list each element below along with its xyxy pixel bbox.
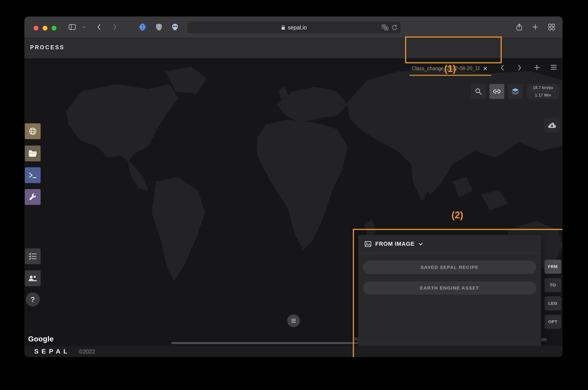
image-icon <box>365 241 371 247</box>
tab-frm[interactable]: FRM <box>545 260 561 274</box>
earth-engine-asset-button[interactable]: EARTH ENGINE ASSET <box>363 281 536 294</box>
back-icon[interactable] <box>95 23 103 31</box>
close-tab-icon[interactable]: ✕ <box>483 66 488 71</box>
source-panel: FROM IMAGE SAVED SEPAL RECIPE EARTH ENGI… <box>358 235 541 357</box>
hamburger-icon <box>291 319 296 323</box>
app-footer: SEPAL ©2022 <box>24 346 562 357</box>
chevron-down-icon[interactable] <box>80 23 88 31</box>
saved-sepal-recipe-button[interactable]: SAVED SEPAL RECIPE <box>363 261 536 274</box>
download-button[interactable] <box>545 118 559 133</box>
close-window-button[interactable] <box>34 26 39 31</box>
saved-sepal-recipe-label: SAVED SEPAL RECIPE <box>421 265 479 270</box>
translate-icon[interactable] <box>382 25 388 30</box>
question-icon: ? <box>31 295 35 304</box>
annotation-label-1: (1) <box>444 63 456 74</box>
sidebar-item-process[interactable] <box>25 123 41 139</box>
link-icon <box>493 89 501 94</box>
globe-icon <box>29 127 37 135</box>
sidebar-item-terminal[interactable] <box>25 167 41 183</box>
search-icon <box>475 88 482 95</box>
cloud-download-icon <box>548 122 556 128</box>
reload-icon[interactable] <box>392 25 397 30</box>
sidebar-item-apps[interactable] <box>25 189 41 205</box>
terminal-icon <box>29 172 37 179</box>
panel-header-from-image[interactable]: FROM IMAGE <box>358 235 541 253</box>
tab-frm-label: FRM <box>548 264 558 269</box>
tab-leg[interactable]: LEG <box>545 296 561 310</box>
app-topbar: PROCESS Class_change_2022-08-20_18 ✕ <box>24 38 562 58</box>
address-bar[interactable]: sepal.io <box>188 22 400 33</box>
scale-width: 1.17 Mm <box>527 92 559 99</box>
sidebar-item-files[interactable] <box>25 146 41 161</box>
map-link-button[interactable] <box>489 84 504 99</box>
add-recipe-icon[interactable] <box>534 64 540 71</box>
layers-icon <box>511 88 519 95</box>
sidebar-item-help[interactable]: ? <box>26 292 40 306</box>
tab-overview-icon[interactable] <box>547 23 556 31</box>
tab-scroll-right-icon[interactable] <box>517 64 521 72</box>
sepal-brand: SEPAL <box>34 348 71 355</box>
minimize-window-button[interactable] <box>42 26 47 31</box>
process-section-label: PROCESS <box>30 44 65 50</box>
tab-opt-label: OPT <box>548 319 557 324</box>
shield-extension-icon[interactable] <box>155 23 163 31</box>
earth-engine-asset-label: EARTH ENGINE ASSET <box>420 285 479 291</box>
annotation-label-2: (2) <box>451 209 463 221</box>
copyright-year: ©2022 <box>79 348 95 355</box>
browser-window: sepal.io PROCESS <box>24 16 562 357</box>
recipe-menu-icon[interactable] <box>550 64 557 71</box>
checklist-icon <box>29 253 37 260</box>
folder-icon <box>28 150 37 157</box>
skull-extension-icon[interactable] <box>171 23 179 31</box>
zoom-window-button[interactable] <box>52 26 56 31</box>
tab-scroll-left-icon[interactable] <box>500 64 504 72</box>
tab-opt[interactable]: OPT <box>545 315 561 329</box>
map-layers-button[interactable] <box>508 84 523 99</box>
sidebar-item-tasks[interactable] <box>25 248 41 264</box>
browser-toolbar: sepal.io <box>24 16 562 38</box>
url-text: sepal.io <box>288 24 307 31</box>
browser-extension-icon[interactable] <box>138 23 147 31</box>
share-icon[interactable] <box>515 23 524 31</box>
lock-icon <box>281 25 285 30</box>
map-menu-button[interactable] <box>287 314 300 327</box>
sidebar-toggle-icon[interactable] <box>68 23 77 31</box>
chevron-down-icon <box>419 243 423 245</box>
new-tab-icon[interactable] <box>531 23 540 31</box>
scale-resolution: 18.7 km/px <box>527 84 559 92</box>
wrench-icon <box>29 193 37 201</box>
panel-title: FROM IMAGE <box>375 241 415 247</box>
tab-to-label: TO <box>550 283 556 288</box>
sidebar-item-users[interactable] <box>25 270 41 286</box>
google-logo: Google <box>28 335 54 343</box>
map-search-button[interactable] <box>471 84 486 99</box>
tab-leg-label: LEG <box>548 301 557 306</box>
tab-to[interactable]: TO <box>545 278 561 292</box>
users-icon <box>28 275 37 282</box>
map-scale-indicator[interactable]: 18.7 km/px 1.17 Mm <box>527 84 559 99</box>
forward-icon[interactable] <box>111 23 119 31</box>
